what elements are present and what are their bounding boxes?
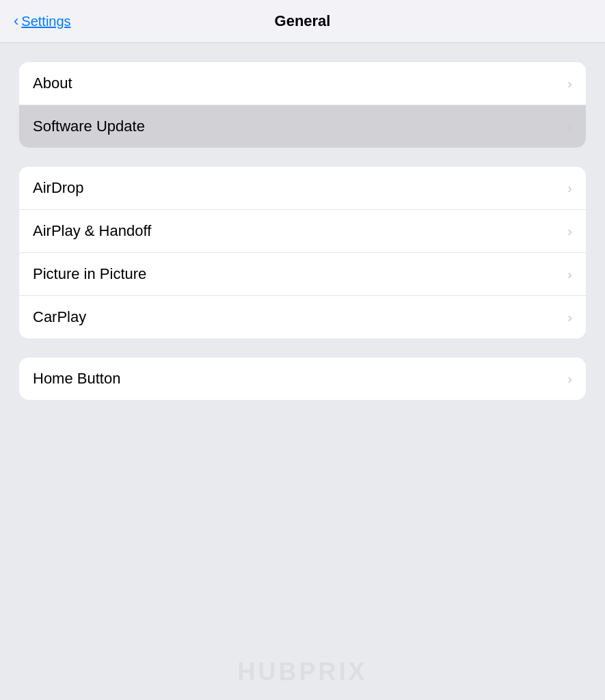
settings-row-airdrop[interactable]: AirDrop › bbox=[19, 167, 586, 210]
watermark-text: HUBPRIX bbox=[237, 658, 367, 686]
settings-row-pip[interactable]: Picture in Picture › bbox=[19, 253, 586, 296]
row-label-pip: Picture in Picture bbox=[33, 265, 146, 283]
settings-row-home-button[interactable]: Home Button › bbox=[19, 358, 586, 400]
section-group-3: Home Button › bbox=[19, 358, 586, 400]
section-group-1: About › Software Update › bbox=[19, 62, 586, 148]
chevron-icon-airdrop: › bbox=[567, 180, 572, 196]
navigation-header: ‹ Settings General bbox=[0, 0, 605, 43]
row-label-airdrop: AirDrop bbox=[33, 179, 84, 197]
row-label-carplay: CarPlay bbox=[33, 308, 86, 326]
chevron-icon-home-button: › bbox=[567, 371, 572, 387]
row-label-software-update: Software Update bbox=[33, 118, 145, 135]
chevron-icon-carplay: › bbox=[567, 310, 572, 325]
chevron-icon-pip: › bbox=[567, 267, 572, 282]
settings-row-software-update[interactable]: Software Update › bbox=[19, 105, 586, 148]
settings-row-airplay-handoff[interactable]: AirPlay & Handoff › bbox=[19, 210, 586, 253]
chevron-icon-airplay-handoff: › bbox=[567, 224, 572, 239]
chevron-icon-software-update: › bbox=[567, 119, 572, 135]
chevron-icon-about: › bbox=[567, 76, 572, 92]
section-group-2: AirDrop › AirPlay & Handoff › Picture in… bbox=[19, 167, 586, 338]
settings-row-carplay[interactable]: CarPlay › bbox=[19, 296, 586, 338]
row-label-home-button: Home Button bbox=[33, 370, 120, 388]
row-label-about: About bbox=[33, 75, 72, 92]
settings-row-about[interactable]: About › bbox=[19, 62, 586, 105]
row-label-airplay-handoff: AirPlay & Handoff bbox=[33, 222, 151, 240]
page-title: General bbox=[275, 12, 331, 30]
back-button[interactable]: ‹ Settings bbox=[14, 12, 71, 30]
settings-content: About › Software Update › AirDrop › AirP… bbox=[0, 43, 605, 438]
back-chevron-icon: ‹ bbox=[14, 12, 18, 30]
back-label: Settings bbox=[21, 14, 70, 29]
